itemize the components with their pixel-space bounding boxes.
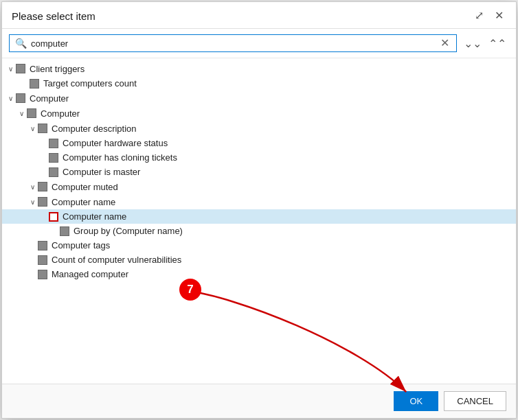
tree-item[interactable]: Count of computer vulnerabilities: [2, 253, 516, 267]
checkbox-icon: [49, 167, 58, 177]
tree-item[interactable]: ∨ Computer: [2, 91, 516, 106]
close-dialog-button[interactable]: ✕: [492, 9, 506, 23]
tree-item[interactable]: ∨ Computer: [2, 106, 516, 121]
tree-item[interactable]: Computer hardware status: [2, 136, 516, 150]
toggle-button[interactable]: ∨: [27, 196, 38, 207]
tree-container[interactable]: ∨ Client triggers Target computers count…: [2, 58, 516, 384]
item-label: Client triggers: [30, 64, 85, 74]
checkbox-icon: [49, 153, 58, 163]
item-label: Computer name: [52, 197, 115, 207]
tree-item[interactable]: Computer is master: [2, 165, 516, 179]
tree-item[interactable]: ∨ Client triggers: [2, 61, 516, 76]
item-label: Computer: [41, 108, 80, 119]
tree-item[interactable]: Target computers count: [2, 76, 516, 91]
item-label: Computer description: [52, 124, 137, 134]
tree-item[interactable]: ∨ Computer muted: [2, 179, 516, 194]
item-label: Group by (Computer name): [74, 226, 183, 236]
item-label: Computer is master: [63, 167, 140, 177]
item-label: Managed computer: [52, 269, 128, 279]
title-actions: ⤢ ✕: [472, 9, 506, 23]
dialog-footer: OK CANCEL: [2, 384, 516, 418]
checkbox-icon: [38, 197, 47, 207]
checkbox-icon: [16, 64, 25, 73]
tree-item[interactable]: Computer has cloning tickets: [2, 150, 516, 165]
toggle-button[interactable]: ∨: [5, 63, 16, 74]
collapse-all-button[interactable]: ⌄⌄: [461, 36, 484, 51]
checkbox-icon: [16, 93, 25, 103]
item-label: Computer hardware status: [63, 138, 168, 148]
tree-item[interactable]: Group by (Computer name): [2, 224, 516, 238]
search-wrapper: 🔍 ✕: [9, 34, 457, 52]
expand-all-button[interactable]: ⌃⌃: [486, 36, 509, 51]
tree-item[interactable]: ∨ Computer description: [2, 121, 516, 136]
search-clear-button[interactable]: ✕: [439, 38, 451, 49]
toggle-button[interactable]: ∨: [27, 181, 38, 192]
item-label: Computer has cloning tickets: [63, 152, 177, 163]
item-label: Count of computer vulnerabilities: [52, 255, 181, 265]
checkbox-icon: [60, 226, 69, 236]
dialog-title: Please select item: [12, 10, 95, 22]
toggle-button[interactable]: ∨: [5, 93, 16, 104]
tree-item[interactable]: Managed computer: [2, 267, 516, 281]
expand-dialog-button[interactable]: ⤢: [472, 9, 486, 23]
tree-item-selected[interactable]: Computer name: [2, 209, 516, 224]
ok-button[interactable]: OK: [394, 391, 438, 411]
toggle-button[interactable]: ∨: [16, 108, 27, 119]
checkbox-icon: [38, 241, 47, 250]
collapse-buttons: ⌄⌄ ⌃⌃: [461, 36, 509, 51]
search-bar: 🔍 ✕ ⌄⌄ ⌃⌃: [2, 29, 516, 58]
dialog-title-bar: Please select item ⤢ ✕: [2, 2, 516, 29]
toggle-button[interactable]: ∨: [27, 123, 38, 134]
tree-item[interactable]: Computer tags: [2, 238, 516, 253]
search-input[interactable]: [31, 38, 439, 49]
item-label: Computer name: [63, 211, 126, 222]
checkbox-icon: [30, 79, 39, 89]
search-icon: 🔍: [15, 38, 27, 49]
checkbox-icon: [38, 182, 47, 191]
dialog: Please select item ⤢ ✕ 🔍 ✕ ⌄⌄ ⌃⌃ ∨ Clien…: [1, 1, 517, 419]
item-label: Computer muted: [52, 182, 118, 192]
checkbox-icon-selected: [49, 212, 58, 222]
checkbox-icon: [27, 108, 36, 118]
checkbox-icon: [38, 255, 47, 265]
cancel-button[interactable]: CANCEL: [444, 391, 506, 411]
checkbox-icon: [49, 139, 58, 148]
checkbox-icon: [38, 270, 47, 279]
item-label: Computer: [30, 93, 69, 104]
item-label: Target computers count: [43, 78, 137, 89]
tree-item[interactable]: ∨ Computer name: [2, 194, 516, 209]
item-label: Computer tags: [52, 240, 110, 250]
checkbox-icon: [38, 124, 47, 133]
